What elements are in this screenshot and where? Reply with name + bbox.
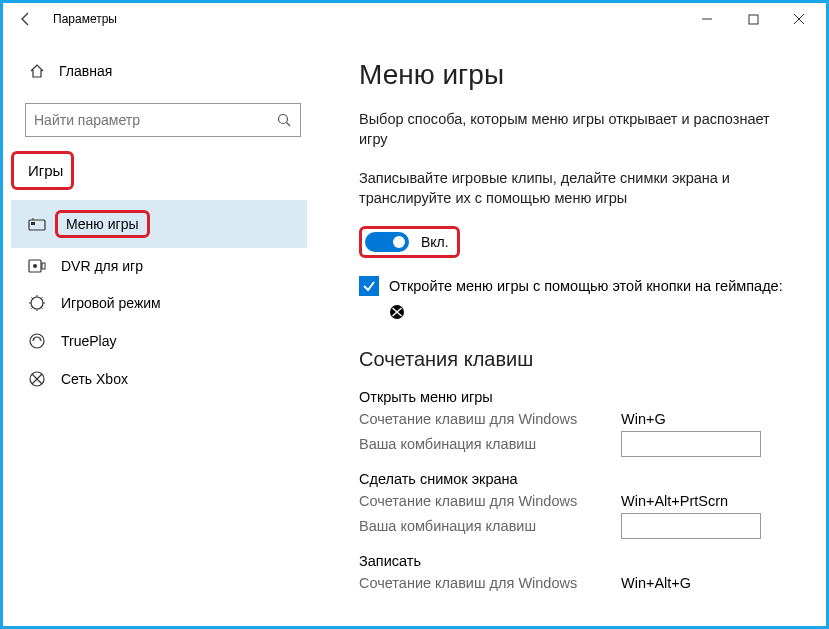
hotkey-win-label: Сочетание клавиш для Windows: [359, 575, 621, 591]
content-pane: Меню игры Выбор способа, которым меню иг…: [323, 35, 826, 626]
xbox-icon: [27, 370, 47, 388]
hotkey-custom-input[interactable]: [621, 431, 761, 457]
home-label: Главная: [59, 63, 112, 79]
nav-label: Меню игры: [66, 216, 139, 232]
home-link[interactable]: Главная: [11, 55, 307, 87]
svg-point-12: [33, 338, 35, 340]
close-button[interactable]: [776, 4, 822, 34]
nav-label: TruePlay: [61, 333, 117, 349]
hotkey-custom-input[interactable]: [621, 513, 761, 539]
hotkey-custom-label: Ваша комбинация клавиш: [359, 436, 621, 452]
svg-point-8: [33, 264, 37, 268]
nav-label: Игровой режим: [61, 295, 161, 311]
svg-rect-1: [749, 15, 758, 24]
hotkey-win-value: Win+Alt+G: [621, 575, 691, 591]
page-heading: Меню игры: [359, 59, 806, 91]
minimize-button[interactable]: [684, 4, 730, 34]
titlebar: Параметры: [3, 3, 826, 35]
hotkey-record: Записать Сочетание клавиш для Windows Wi…: [359, 553, 806, 591]
game-mode-icon: [27, 294, 47, 312]
hotkey-title: Открыть меню игры: [359, 389, 806, 405]
nav-game-bar[interactable]: Меню игры: [11, 200, 307, 248]
home-icon: [27, 63, 47, 79]
search-box[interactable]: [25, 103, 301, 137]
search-input[interactable]: [34, 112, 276, 128]
gamepad-checkbox[interactable]: [359, 276, 379, 296]
nav-game-dvr[interactable]: DVR для игр: [11, 248, 307, 284]
game-bar-toggle[interactable]: [365, 232, 409, 252]
svg-point-2: [279, 115, 288, 124]
hotkey-title: Сделать снимок экрана: [359, 471, 806, 487]
svg-point-13: [39, 338, 41, 340]
toggle-state-label: Вкл.: [421, 234, 449, 250]
hotkeys-heading: Сочетания клавиш: [359, 348, 806, 371]
svg-rect-9: [42, 263, 45, 269]
back-button[interactable]: [11, 4, 41, 34]
game-bar-icon: [27, 217, 47, 231]
nav-xbox-network[interactable]: Сеть Xbox: [11, 360, 307, 398]
nav-label: Сеть Xbox: [61, 371, 128, 387]
gamepad-checkbox-label: Откройте меню игры с помощью этой кнопки…: [389, 276, 783, 296]
svg-point-11: [30, 334, 44, 348]
desc-2: Записывайте игровые клипы, делайте снимк…: [359, 168, 799, 209]
window-title: Параметры: [53, 12, 117, 26]
trueplay-icon: [27, 332, 47, 350]
sidebar: Главная Игры Меню игры: [3, 35, 323, 626]
hotkey-screenshot: Сделать снимок экрана Сочетание клавиш д…: [359, 471, 806, 539]
dvr-icon: [27, 259, 47, 273]
hotkey-win-label: Сочетание клавиш для Windows: [359, 493, 621, 509]
nav-game-mode[interactable]: Игровой режим: [11, 284, 307, 322]
maximize-button[interactable]: [730, 4, 776, 34]
nav-trueplay[interactable]: TruePlay: [11, 322, 307, 360]
hotkey-win-label: Сочетание клавиш для Windows: [359, 411, 621, 427]
nav-label: DVR для игр: [61, 258, 143, 274]
hotkey-open-game-bar: Открыть меню игры Сочетание клавиш для W…: [359, 389, 806, 457]
svg-rect-5: [31, 222, 35, 225]
hotkey-custom-label: Ваша комбинация клавиш: [359, 518, 621, 534]
hotkey-title: Записать: [359, 553, 806, 569]
hotkey-win-value: Win+G: [621, 411, 666, 427]
hotkey-win-value: Win+Alt+PrtScrn: [621, 493, 728, 509]
search-icon: [276, 112, 292, 128]
xbox-button-icon: [389, 304, 806, 320]
desc-1: Выбор способа, которым меню игры открыва…: [359, 109, 799, 150]
section-header-games: Игры: [11, 151, 74, 190]
svg-line-3: [287, 123, 291, 127]
